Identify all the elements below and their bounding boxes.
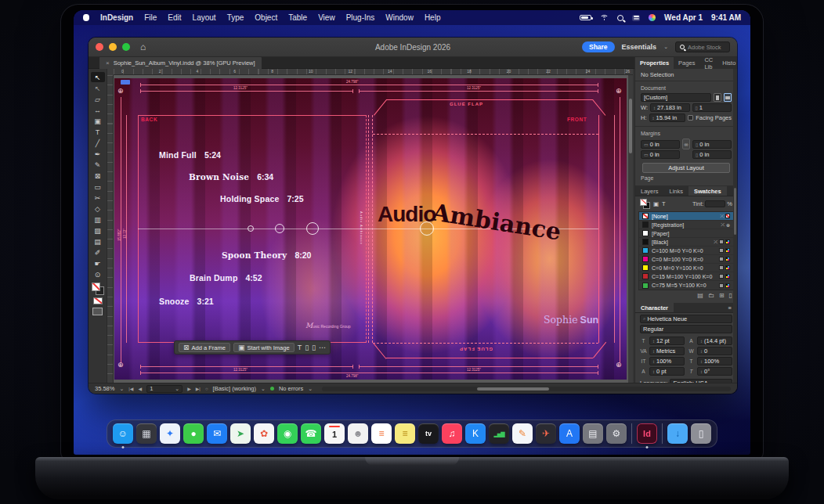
menu-item-file[interactable]: File: [144, 13, 157, 22]
zoom-tool[interactable]: ⊙: [91, 269, 105, 279]
panel-scrollbar[interactable]: [733, 69, 737, 383]
margin-left-field[interactable]: ▯0 in: [692, 140, 732, 149]
portrait-orientation-button[interactable]: [714, 93, 721, 102]
app-icon-phone[interactable]: ☎: [301, 423, 321, 444]
menu-item-table[interactable]: Table: [288, 13, 307, 22]
gradient-feather-tool[interactable]: ▨: [91, 225, 105, 236]
app-icon-freeform[interactable]: ▤: [583, 423, 603, 444]
app-icon-photos[interactable]: ✿: [254, 423, 274, 444]
app-icon-contacts[interactable]: ☻: [348, 423, 368, 444]
tab-links[interactable]: Links: [664, 186, 689, 196]
next-page-button[interactable]: ▶: [187, 386, 191, 391]
last-spread-button[interactable]: ▶|: [196, 386, 201, 391]
app-icon-rocket[interactable]: ✈: [536, 423, 556, 444]
fill-stroke-proxy[interactable]: [640, 199, 650, 209]
siri-icon[interactable]: [649, 14, 656, 21]
control-center-icon[interactable]: [632, 15, 640, 21]
app-icon-facetime[interactable]: ◉: [277, 423, 298, 444]
downloads-folder-icon[interactable]: ↓: [667, 423, 688, 444]
swatch-green[interactable]: C=75 M=5 Y=100 K=0: [639, 281, 733, 290]
app-icon-safari[interactable]: ✦: [160, 423, 180, 444]
fill-stroke-swatch[interactable]: [92, 283, 104, 295]
font-size-field[interactable]: ↕12 pt: [649, 337, 685, 345]
workspace-switcher[interactable]: Essentials: [622, 43, 657, 51]
trash-icon[interactable]: ▯: [691, 423, 711, 444]
pages-count-field[interactable]: ▯1: [692, 103, 732, 112]
text-formatting-icon[interactable]: T: [662, 200, 666, 207]
previous-page-button[interactable]: ◀: [139, 386, 143, 391]
tab-pages[interactable]: Pages: [674, 57, 699, 69]
adobe-stock-search[interactable]: Adobe Stock: [675, 41, 730, 52]
formatting-affects-icon[interactable]: ▣: [653, 200, 659, 207]
width-field[interactable]: ↕27.183 in: [650, 103, 689, 112]
app-icon-calendar[interactable]: 1: [324, 423, 345, 444]
landscape-orientation-button[interactable]: [724, 93, 732, 102]
add-frame-button[interactable]: ⊠Add a Frame: [179, 343, 230, 352]
type-icon[interactable]: T: [298, 344, 302, 351]
swatch-magenta[interactable]: C=0 M=100 Y=0 K=0: [639, 255, 733, 264]
app-icon-mail[interactable]: ✉: [207, 423, 227, 444]
swatch-views-icon[interactable]: ▤: [697, 292, 703, 299]
font-style-field[interactable]: Regular: [640, 325, 732, 333]
menu-item-type[interactable]: Type: [227, 13, 244, 22]
page-size-preset[interactable]: [Custom]: [641, 93, 711, 102]
swatch-paper[interactable]: [Paper]: [639, 229, 733, 238]
page-number-field[interactable]: 1⌄: [146, 385, 183, 393]
delete-swatch-icon[interactable]: ▯: [729, 292, 732, 299]
eyedropper-tool[interactable]: ✐: [91, 247, 105, 257]
app-icon-music[interactable]: ♫: [442, 423, 462, 444]
horizontal-ruler[interactable]: 02 46 810 1214 1618 2022 2426: [114, 69, 633, 75]
tab-properties[interactable]: Properties: [635, 57, 674, 69]
horizontal-scale-field[interactable]: ↕100%: [697, 357, 732, 365]
app-icon-reminders[interactable]: ≡: [371, 423, 392, 444]
facing-pages-checkbox[interactable]: [688, 115, 693, 121]
minimize-window-button[interactable]: [109, 43, 117, 51]
page-badge[interactable]: [121, 80, 130, 85]
document-canvas[interactable]: 02 46 810 1214 1618 2022 2426: [107, 69, 633, 383]
tab-character[interactable]: Character: [635, 303, 674, 312]
line-tool[interactable]: ╱: [91, 138, 105, 148]
tab-swatches[interactable]: Swatches: [688, 186, 727, 196]
margin-top-field[interactable]: ▭0 in: [641, 140, 680, 149]
menu-item-plugins[interactable]: Plug-Ins: [346, 13, 375, 22]
menu-item-indesign[interactable]: InDesign: [100, 13, 133, 22]
app-icon-maps[interactable]: ➤: [230, 423, 251, 444]
type-tool[interactable]: T: [91, 127, 105, 137]
baseline-shift-field[interactable]: ↕0 pt: [649, 367, 685, 376]
app-icon-keynote[interactable]: K: [465, 423, 486, 444]
apple-logo-icon[interactable]: [83, 14, 89, 21]
tab-close-icon[interactable]: ×: [106, 59, 110, 67]
gap-tool[interactable]: ↔: [91, 105, 105, 115]
selection-tool[interactable]: ↖: [91, 72, 105, 82]
menu-time[interactable]: 9:41 AM: [711, 13, 741, 22]
zoom-window-button[interactable]: [122, 43, 130, 51]
margin-bottom-field[interactable]: ▭0 in: [641, 150, 680, 159]
new-swatch-group-icon[interactable]: 🗀: [708, 292, 714, 299]
gradient-tool[interactable]: ▥: [91, 214, 105, 225]
page-tool[interactable]: ▱: [91, 94, 105, 104]
leading-field[interactable]: ↕(14.4 pt): [697, 337, 732, 345]
menu-date[interactable]: Wed Apr 1: [664, 13, 703, 22]
apply-none-button[interactable]: [93, 297, 103, 304]
app-icon-pages[interactable]: ✎: [512, 423, 533, 444]
swatch-red[interactable]: C=15 M=100 Y=100 K=0: [639, 272, 733, 281]
height-field[interactable]: ↕15.94 in: [649, 113, 686, 122]
kerning-field[interactable]: ↕Metrics: [649, 347, 685, 355]
frame-tool[interactable]: ⊠: [91, 171, 105, 181]
font-family-field[interactable]: ⌕Helvetica Neue: [640, 315, 732, 323]
tint-field[interactable]: [705, 200, 725, 207]
scissors-tool[interactable]: ✂: [91, 193, 105, 203]
horizontal-scrollbar[interactable]: [322, 387, 731, 391]
menu-item-view[interactable]: View: [318, 13, 335, 22]
new-swatch-icon[interactable]: ⊞: [719, 292, 725, 299]
page-icon[interactable]: ▯: [305, 344, 309, 351]
start-with-image-button[interactable]: ▣Start with Image: [233, 343, 295, 352]
preflight-profile[interactable]: [Basic] (working): [213, 385, 256, 392]
free-transform-tool[interactable]: ◇: [91, 203, 105, 214]
spotlight-icon[interactable]: [617, 15, 623, 21]
vertical-ruler[interactable]: [107, 75, 114, 383]
hand-tool[interactable]: ☛: [91, 258, 105, 268]
tab-history[interactable]: Histo: [717, 57, 737, 69]
tab-cc-libraries[interactable]: CC Lib: [699, 57, 717, 69]
app-icon-numbers[interactable]: ▂▅▇: [489, 423, 509, 444]
